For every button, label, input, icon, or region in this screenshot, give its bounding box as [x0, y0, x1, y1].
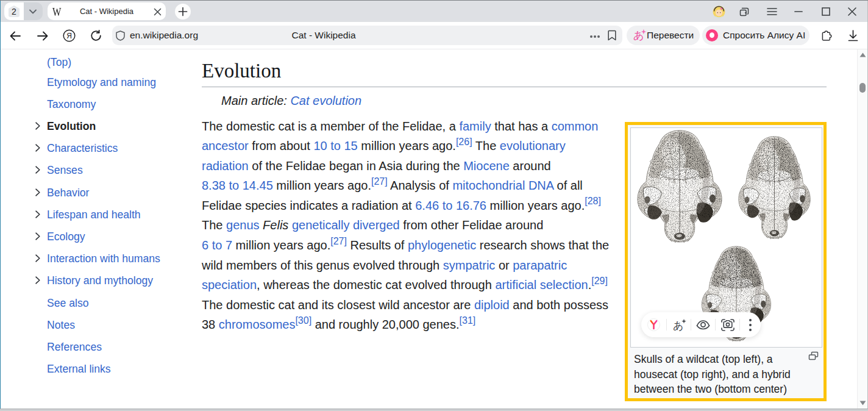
svg-text:Я: Я	[66, 32, 72, 40]
svg-text:あ: あ	[673, 320, 683, 332]
